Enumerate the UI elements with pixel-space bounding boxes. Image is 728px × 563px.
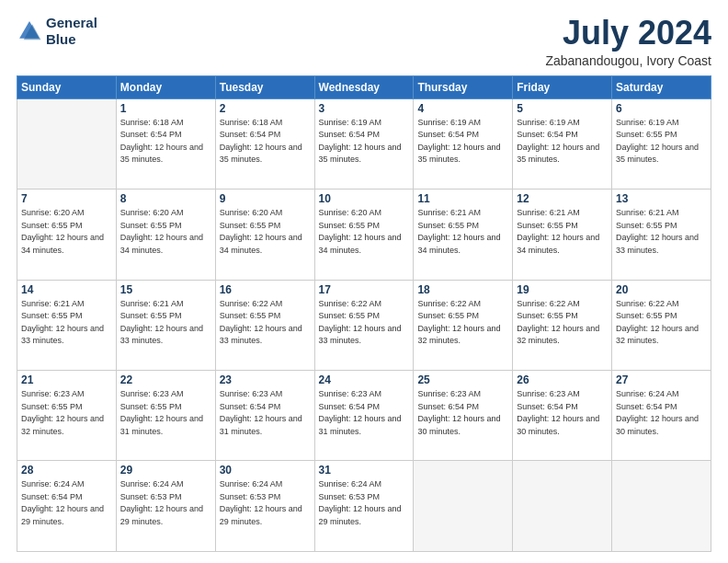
col-header-friday: Friday <box>513 75 612 98</box>
table-row: 4Sunrise: 6:19 AM Sunset: 6:54 PM Daylig… <box>414 98 513 189</box>
table-row: 12Sunrise: 6:21 AM Sunset: 6:55 PM Dayli… <box>513 190 612 280</box>
table-row: 23Sunrise: 6:23 AM Sunset: 6:54 PM Dayli… <box>215 371 314 461</box>
table-row: 30Sunrise: 6:24 AM Sunset: 6:53 PM Dayli… <box>215 461 314 552</box>
page: General Blue July 2024 Zabanandougou, Iv… <box>0 0 728 563</box>
title-block: July 2024 Zabanandougou, Ivory Coast <box>545 15 711 68</box>
table-row: 24Sunrise: 6:23 AM Sunset: 6:54 PM Dayli… <box>314 371 414 461</box>
table-row <box>414 461 513 552</box>
subtitle: Zabanandougou, Ivory Coast <box>545 53 711 68</box>
table-row: 28Sunrise: 6:24 AM Sunset: 6:54 PM Dayli… <box>17 461 117 552</box>
table-row: 2Sunrise: 6:18 AM Sunset: 6:54 PM Daylig… <box>215 98 314 189</box>
table-row: 20Sunrise: 6:22 AM Sunset: 6:55 PM Dayli… <box>612 280 711 370</box>
table-row: 11Sunrise: 6:21 AM Sunset: 6:55 PM Dayli… <box>414 190 513 280</box>
table-row: 22Sunrise: 6:23 AM Sunset: 6:55 PM Dayli… <box>116 371 215 461</box>
table-row: 25Sunrise: 6:23 AM Sunset: 6:54 PM Dayli… <box>414 371 513 461</box>
logo-icon <box>17 18 42 44</box>
table-row: 8Sunrise: 6:20 AM Sunset: 6:55 PM Daylig… <box>116 190 215 280</box>
col-header-monday: Monday <box>116 75 215 98</box>
table-row: 13Sunrise: 6:21 AM Sunset: 6:55 PM Dayli… <box>612 190 711 280</box>
table-row: 17Sunrise: 6:22 AM Sunset: 6:55 PM Dayli… <box>314 280 414 370</box>
table-row <box>612 461 711 552</box>
table-row: 31Sunrise: 6:24 AM Sunset: 6:53 PM Dayli… <box>314 461 414 552</box>
header: General Blue July 2024 Zabanandougou, Iv… <box>17 15 711 68</box>
table-row: 18Sunrise: 6:22 AM Sunset: 6:55 PM Dayli… <box>414 280 513 370</box>
table-row: 14Sunrise: 6:21 AM Sunset: 6:55 PM Dayli… <box>17 280 117 370</box>
logo: General Blue <box>17 15 97 48</box>
table-row: 9Sunrise: 6:20 AM Sunset: 6:55 PM Daylig… <box>215 190 314 280</box>
table-row: 3Sunrise: 6:19 AM Sunset: 6:54 PM Daylig… <box>314 98 414 189</box>
col-header-sunday: Sunday <box>17 75 117 98</box>
col-header-thursday: Thursday <box>414 75 513 98</box>
calendar-table: SundayMondayTuesdayWednesdayThursdayFrid… <box>17 75 711 552</box>
col-header-saturday: Saturday <box>612 75 711 98</box>
logo-text: General Blue <box>46 15 97 48</box>
table-row: 19Sunrise: 6:22 AM Sunset: 6:55 PM Dayli… <box>513 280 612 370</box>
table-row: 27Sunrise: 6:24 AM Sunset: 6:54 PM Dayli… <box>612 371 711 461</box>
table-row: 5Sunrise: 6:19 AM Sunset: 6:54 PM Daylig… <box>513 98 612 189</box>
table-row: 7Sunrise: 6:20 AM Sunset: 6:55 PM Daylig… <box>17 190 117 280</box>
table-row: 10Sunrise: 6:20 AM Sunset: 6:55 PM Dayli… <box>314 190 414 280</box>
table-row: 21Sunrise: 6:23 AM Sunset: 6:55 PM Dayli… <box>17 371 117 461</box>
col-header-tuesday: Tuesday <box>215 75 314 98</box>
table-row <box>513 461 612 552</box>
table-row: 15Sunrise: 6:21 AM Sunset: 6:55 PM Dayli… <box>116 280 215 370</box>
col-header-wednesday: Wednesday <box>314 75 414 98</box>
table-row <box>17 98 117 189</box>
table-row: 6Sunrise: 6:19 AM Sunset: 6:55 PM Daylig… <box>612 98 711 189</box>
table-row: 1Sunrise: 6:18 AM Sunset: 6:54 PM Daylig… <box>116 98 215 189</box>
main-title: July 2024 <box>545 15 711 52</box>
table-row: 26Sunrise: 6:23 AM Sunset: 6:54 PM Dayli… <box>513 371 612 461</box>
table-row: 29Sunrise: 6:24 AM Sunset: 6:53 PM Dayli… <box>116 461 215 552</box>
table-row: 16Sunrise: 6:22 AM Sunset: 6:55 PM Dayli… <box>215 280 314 370</box>
